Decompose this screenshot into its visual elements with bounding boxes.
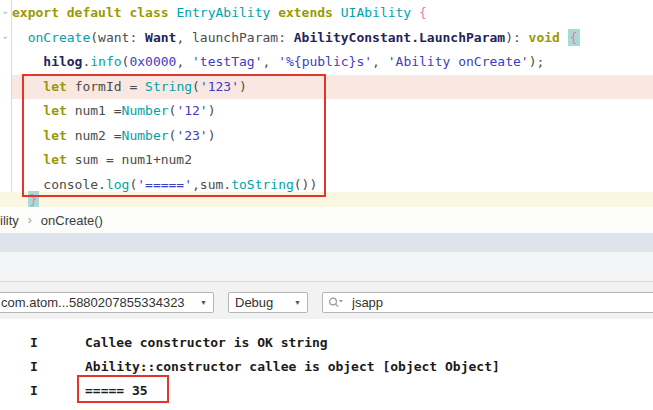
code-token: let [43,128,74,143]
code-line: export default class EntryAbility extend… [12,1,653,26]
chevron-right-icon: › [28,213,32,227]
code-token: let [43,103,74,118]
code-token [12,152,43,167]
code-token: '12' [176,103,207,118]
code-token: sum = num1+num2 [75,152,192,167]
code-token: let [43,79,74,94]
code-token: ) [208,103,216,118]
fold-toggle-icon[interactable]: ⌄ [1,6,11,16]
search-input[interactable] [350,294,653,311]
chevron-down-icon: ▼ [294,299,301,306]
code-token: EntryAbility [176,5,278,20]
breadcrumb: ility › onCreate() [0,207,653,233]
code-token [12,79,43,94]
log-toolbar: com.atom...5880207855334323 ▼ Debug ▼ [0,282,653,320]
log-message: Callee constructor is OK string [85,331,328,355]
code-token [12,30,28,45]
code-token: Want [145,30,176,45]
code-token: 'Ability onCreate' [388,54,529,69]
log-search-box[interactable] [322,292,653,313]
code-token: ( [192,79,200,94]
code-line: let formId = String('123') [12,75,653,100]
log-row: ICallee constructor is OK string [0,331,653,355]
code-token: Number [122,103,169,118]
code-editor[interactable]: ⌄ ⌄ ⌃ export default class EntryAbility … [0,0,653,207]
code-token: ): [505,30,528,45]
code-token [12,192,28,207]
code-lines: export default class EntryAbility extend… [12,1,653,197]
current-line-highlight: } [0,192,653,207]
log-level: I [30,331,85,355]
process-dropdown-value: com.atom...5880207855334323 [1,295,185,310]
code-token: console. [12,177,106,192]
code-token: let [43,152,74,167]
log-message: ===== 35 [85,379,148,403]
code-token: Number [122,128,169,143]
code-token: '=====' [137,177,192,192]
code-token: , launchParam: [176,30,293,45]
code-token: ); [529,54,545,69]
code-token: void [529,30,568,45]
panel-splitter[interactable] [0,233,653,252]
code-token: ()) [294,177,317,192]
code-token: num2 = [75,128,122,143]
code-token: 'testTag' [192,54,262,69]
code-token: '123' [200,79,239,94]
editor-gutter: ⌄ ⌄ ⌃ [0,0,12,207]
log-level-dropdown[interactable]: Debug ▼ [228,292,308,313]
code-token: , [372,54,388,69]
code-token: ,sum. [192,177,231,192]
code-token: ) [208,128,216,143]
code-token: String [145,79,192,94]
code-token: log [106,177,129,192]
code-line: let num1 =Number('12') [12,99,653,124]
code-line: onCreate(want: Want, launchParam: Abilit… [12,26,653,51]
log-level: I [30,355,85,379]
log-output[interactable]: ICallee constructor is OK stringIAbility… [0,319,653,410]
code-token [12,128,43,143]
log-panel-header [0,252,653,282]
breadcrumb-item-method[interactable]: onCreate() [41,213,103,228]
log-message: Ability::constructor callee is object [o… [85,355,500,379]
code-token: 0x0000 [129,54,176,69]
chevron-down-icon: ▼ [200,299,207,306]
code-token: { [568,29,580,46]
fold-toggle-icon[interactable]: ⌄ [1,31,11,41]
code-line: hilog.info(0x0000, 'testTag', '%{public}… [12,50,653,75]
code-token: formId = [75,79,145,94]
code-token: AbilityConstant.LaunchParam [294,30,505,45]
log-level: I [30,379,85,403]
code-token: , [263,54,279,69]
code-line: let num2 =Number('23') [12,124,653,149]
log-level-dropdown-value: Debug [235,295,273,310]
code-token: onCreate [28,30,91,45]
code-token: UIAbility [341,5,419,20]
code-token: } [28,191,40,208]
code-token: export default class [12,5,176,20]
code-token: ) [239,79,247,94]
code-line: } [12,192,653,207]
code-token: '%{public}s' [278,54,372,69]
process-dropdown[interactable]: com.atom...5880207855334323 ▼ [0,292,214,313]
code-line: let sum = num1+num2 [12,148,653,173]
breadcrumb-item-class[interactable]: ility [0,213,19,228]
log-row: IAbility::constructor callee is object [… [0,355,653,379]
search-icon [328,296,344,309]
code-token: { [419,5,427,20]
code-token [12,103,43,118]
code-token: extends [278,5,341,20]
log-row: I===== 35 [0,379,653,403]
code-token [12,54,43,69]
code-token: info [90,54,121,69]
code-token: '23' [176,128,207,143]
code-token: (want: [90,30,145,45]
code-token: num1 = [75,103,122,118]
code-token: , [176,54,192,69]
code-token: toString [231,177,294,192]
code-token: hilog [43,54,82,69]
ide-window: ⌄ ⌄ ⌃ export default class EntryAbility … [0,0,653,410]
